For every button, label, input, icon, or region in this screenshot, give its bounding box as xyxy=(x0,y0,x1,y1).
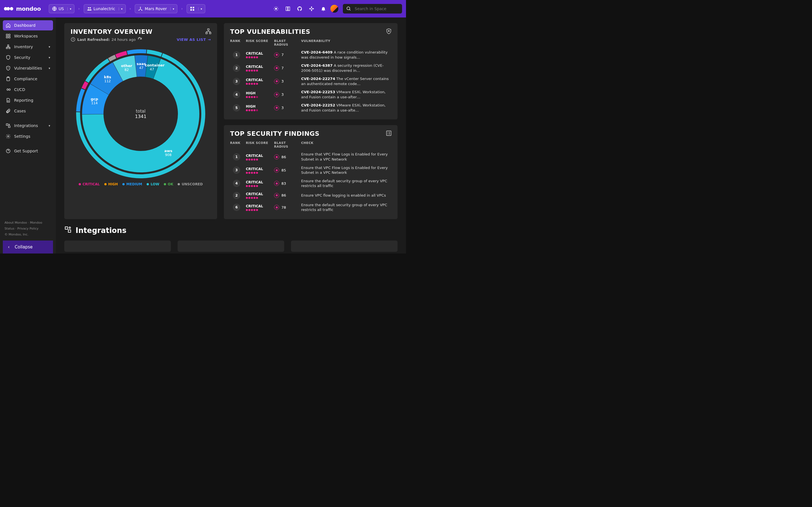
svg-rect-32 xyxy=(209,33,211,34)
th-blast: BLAST RADIUS xyxy=(274,39,301,47)
breadcrumb-org[interactable]: Lunalectric ▾ xyxy=(84,4,126,13)
blast-radius-icon xyxy=(274,181,279,186)
chevron-left-icon: ‹ xyxy=(8,244,10,249)
sidebar-item-integrations[interactable]: Integrations ▾ xyxy=(3,121,53,131)
svg-rect-22 xyxy=(9,47,10,49)
risk-label: CRITICAL xyxy=(246,192,263,196)
hierarchy-icon[interactable] xyxy=(205,28,211,36)
user-avatar[interactable] xyxy=(331,5,338,13)
blast-value: 7 xyxy=(282,66,284,70)
vuln-description: CVE-2024-22253 VMware ESXi, Workstation,… xyxy=(301,90,391,100)
svg-rect-16 xyxy=(6,34,8,36)
sidebar-item-workspaces[interactable]: Workspaces xyxy=(3,31,53,41)
legend-item[interactable]: CRITICAL xyxy=(79,182,100,186)
legend-item[interactable]: UNSCORED xyxy=(177,182,203,186)
svg-point-2 xyxy=(89,7,91,9)
docs-icon[interactable] xyxy=(283,4,293,13)
shield-bug-icon[interactable] xyxy=(386,28,392,36)
th-rank: RANK xyxy=(230,141,246,149)
arrow-right-icon: → xyxy=(208,38,211,42)
sidebar-item-inventory[interactable]: Inventory ▾ xyxy=(3,42,53,52)
brand-logo[interactable]: mondoo xyxy=(4,5,41,12)
blast-value: 86 xyxy=(282,155,286,159)
vuln-description: CVE-2024-6387 A security regression (CVE… xyxy=(301,63,391,73)
sidebar-item-label: Reporting xyxy=(14,98,33,103)
inventory-donut-chart[interactable]: total 1341 aws908gcp114k8s112other82saas… xyxy=(74,48,207,180)
sidebar-item-settings[interactable]: Settings xyxy=(3,131,53,142)
refresh-icon[interactable] xyxy=(137,37,142,42)
breadcrumb-workspace[interactable]: ▾ xyxy=(187,4,205,13)
svg-rect-12 xyxy=(311,9,312,11)
brand-glyph-icon xyxy=(4,7,13,10)
bell-icon[interactable] xyxy=(319,4,328,13)
blast-value: 7 xyxy=(282,53,284,57)
sidebar-item-label: Settings xyxy=(14,134,30,138)
blast-value: 3 xyxy=(282,106,284,110)
sidebar-item-label: Security xyxy=(14,55,45,60)
theme-toggle-icon[interactable] xyxy=(271,4,281,13)
sidebar-item-label: CI/CD xyxy=(14,87,25,92)
svg-rect-8 xyxy=(190,9,192,11)
svg-rect-31 xyxy=(206,33,207,34)
vuln-description: CVE-2024-22274 The vCenter Server contai… xyxy=(301,76,391,86)
inventory-icon xyxy=(6,44,11,49)
search-box[interactable] xyxy=(343,4,402,13)
slack-icon[interactable] xyxy=(307,4,316,13)
sidebar-item-cicd[interactable]: CI/CD xyxy=(3,84,53,95)
svg-rect-30 xyxy=(207,29,209,31)
svg-rect-11 xyxy=(311,6,312,8)
inventory-overview-card: INVENTORY OVERVIEW Last Refreshed: 24 ho… xyxy=(64,23,217,219)
table-row[interactable]: 3 CRITICAL 3 CVE-2024-22274 The vCenter … xyxy=(230,75,391,88)
gear-icon xyxy=(6,134,11,139)
infinity-icon xyxy=(6,87,11,92)
sidebar-item-cases[interactable]: Cases xyxy=(3,106,53,116)
table-row[interactable]: 2 CRITICAL 86 Ensure VPC flow logging is… xyxy=(230,190,391,201)
breadcrumb-region[interactable]: US ▾ xyxy=(49,4,74,13)
blast-value: 3 xyxy=(282,93,284,97)
table-row[interactable]: 4 HIGH 3 CVE-2024-22253 VMware ESXi, Wor… xyxy=(230,88,391,101)
sidebar-item-support[interactable]: Get Support xyxy=(3,146,53,156)
sidebar-item-compliance[interactable]: Compliance xyxy=(3,74,53,84)
footer-links[interactable]: About Mondoo · Mondoo Status · Privacy P… xyxy=(4,220,51,232)
rank-badge: 3 xyxy=(233,78,240,85)
home-icon xyxy=(6,23,11,28)
view-as-list-link[interactable]: VIEW AS LIST → xyxy=(177,38,211,42)
svg-rect-37 xyxy=(68,230,71,232)
table-row[interactable]: 5 HIGH 3 CVE-2024-22252 VMware ESXi, Wor… xyxy=(230,101,391,114)
table-row[interactable]: 1 CRITICAL 7 CVE-2024-6409 A race condit… xyxy=(230,48,391,61)
donut-center-label: total xyxy=(135,109,147,114)
svg-rect-36 xyxy=(65,227,68,229)
risk-dots xyxy=(246,83,274,85)
sidebar-item-security[interactable]: Security ▾ xyxy=(3,52,53,62)
risk-label: CRITICAL xyxy=(246,78,263,82)
github-icon[interactable] xyxy=(295,4,305,13)
risk-dots xyxy=(246,109,274,111)
table-row[interactable]: 2 CRITICAL 7 CVE-2024-6387 A security re… xyxy=(230,61,391,75)
legend-item[interactable]: LOW xyxy=(147,182,159,186)
table-row[interactable]: 4 CRITICAL 83 Ensure the default securit… xyxy=(230,177,391,190)
breadcrumb-space[interactable]: Mars Rover ▾ xyxy=(135,4,177,13)
breadcrumb-org-label: Lunalectric xyxy=(94,6,115,11)
breadcrumb-separator: › xyxy=(181,7,183,11)
svg-rect-9 xyxy=(193,9,194,11)
table-row[interactable]: 1 CRITICAL 86 Ensure that VPC Flow Logs … xyxy=(230,150,391,163)
sidebar-item-vulnerabilities[interactable]: Vulnerabilities ▾ xyxy=(3,63,53,73)
legend-item[interactable]: HIGH xyxy=(104,182,118,186)
checklist-icon[interactable] xyxy=(386,130,392,137)
sidebar-item-reporting[interactable]: Reporting xyxy=(3,95,53,105)
nodes-icon xyxy=(138,6,143,11)
table-row[interactable]: 6 CRITICAL 78 Ensure the default securit… xyxy=(230,201,391,214)
integration-card[interactable] xyxy=(291,240,398,252)
sidebar-item-dashboard[interactable]: Dashboard xyxy=(3,20,53,31)
table-row[interactable]: 3 CRITICAL 85 Ensure that VPC Flow Logs … xyxy=(230,164,391,177)
chevron-down-icon: ▾ xyxy=(49,124,50,128)
search-input[interactable] xyxy=(354,6,399,11)
integration-card[interactable] xyxy=(64,240,171,252)
integration-card[interactable] xyxy=(177,240,284,252)
blast-value: 83 xyxy=(282,181,286,186)
legend-item[interactable]: MEDIUM xyxy=(122,182,142,186)
breadcrumb-region-label: US xyxy=(59,6,64,11)
legend-item[interactable]: OK xyxy=(164,182,173,186)
sidebar-collapse-button[interactable]: ‹ Collapse xyxy=(3,240,53,253)
blast-radius-icon xyxy=(274,193,279,198)
